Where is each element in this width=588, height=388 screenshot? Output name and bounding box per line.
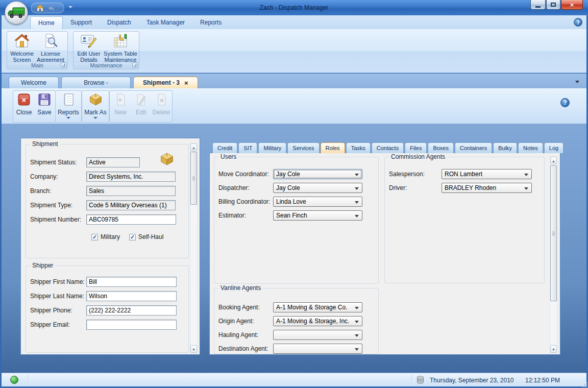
origin-agent-dropdown[interactable]: A-1 Moving & Storage, Inc.: [273, 316, 362, 326]
tab-notes[interactable]: Notes: [518, 142, 543, 153]
status-bar: Thursday, September 23, 2010 12:12:50 PM: [2, 373, 586, 386]
maximize-button[interactable]: [546, 0, 560, 10]
shipment-status-field[interactable]: Active: [86, 157, 140, 167]
close-button[interactable]: × Close: [14, 91, 34, 122]
doc-tab-shipment-3[interactable]: Shipment - 3 ×: [133, 77, 198, 88]
save-button[interactable]: Save: [34, 91, 55, 122]
maintenance-dialog-launcher[interactable]: [132, 62, 138, 68]
main-dialog-launcher[interactable]: [61, 62, 66, 68]
delete-button[interactable]: × Delete: [151, 91, 172, 122]
shipment-type-field[interactable]: Code 5 Military Overseas (1): [86, 200, 176, 210]
scroll-thumb[interactable]: [550, 165, 557, 301]
new-button[interactable]: + New: [110, 91, 131, 122]
military-checkbox[interactable]: ✓: [91, 234, 98, 240]
shipper-last-name-input[interactable]: Wilson: [86, 291, 177, 301]
hauling-agent-dropdown[interactable]: [273, 330, 362, 340]
doc-tab-shipment-3-label: Shipment - 3: [143, 77, 180, 88]
system-table-maintenance-button[interactable]: System Table Maintenance: [104, 33, 137, 61]
toolbar-group-file: × Close Save: [13, 90, 56, 123]
dispatcher-dropdown[interactable]: Jay Cole: [273, 183, 362, 193]
scroll-up-button[interactable]: ▲: [190, 143, 197, 151]
tab-list-chevron-icon[interactable]: [575, 81, 579, 83]
toolbar-group-record: + New Edit × Delete: [109, 90, 173, 123]
tab-services[interactable]: Services: [287, 142, 319, 153]
license-agreement-button[interactable]: x— License Agreement: [36, 33, 65, 61]
tab-bulky[interactable]: Bulky: [493, 142, 517, 153]
driver-label: Driver:: [389, 184, 442, 191]
branch-field[interactable]: Sales: [86, 186, 176, 196]
shipper-first-name-label: Shipper First Name:: [30, 278, 86, 285]
tab-credit[interactable]: Credit: [212, 142, 237, 153]
tab-military[interactable]: Military: [258, 142, 286, 153]
ribbon-tab-support[interactable]: Support: [63, 16, 100, 29]
shipper-first-name-input[interactable]: Bill: [86, 277, 177, 287]
move-coordinator-dropdown[interactable]: Jay Cole: [273, 169, 362, 179]
tab-roles[interactable]: Roles: [321, 142, 345, 153]
shipment-content: Shipment Shipment Status: Active Company…: [2, 124, 586, 373]
booking-agent-label: Booking Agent:: [218, 304, 273, 311]
help-icon[interactable]: ?: [560, 98, 570, 107]
tab-containers[interactable]: Containers: [455, 142, 492, 153]
doc-tab-welcome[interactable]: Welcome: [9, 77, 59, 88]
shipper-email-input[interactable]: [86, 320, 177, 330]
minimize-icon: [535, 6, 541, 8]
billing-coordinator-dropdown[interactable]: Linda Love: [273, 197, 362, 207]
undo-icon[interactable]: [47, 5, 55, 12]
tab-boxes[interactable]: Boxes: [428, 142, 454, 153]
chevron-down-icon: [524, 174, 528, 176]
minimize-button[interactable]: [530, 0, 546, 10]
mark-as-button[interactable]: Mark As: [83, 91, 108, 122]
edit-user-details-button[interactable]: Edit User Details: [74, 33, 104, 61]
tab-sit[interactable]: SIT: [238, 142, 257, 153]
ribbon-tab-reports[interactable]: Reports: [192, 16, 229, 29]
close-red-icon: ×: [17, 93, 31, 106]
vanline-agents-groupbox: Vanline Agents Booking Agent: A-1 Moving…: [214, 288, 379, 354]
scroll-down-button[interactable]: ▼: [550, 345, 557, 353]
chevron-down-icon: [355, 334, 359, 337]
shipment-number-input[interactable]: ABC09785: [86, 214, 176, 225]
document-tab-strip: Welcome Browse - Shipments Shipment - 3 …: [9, 77, 201, 88]
branch-label: Branch:: [30, 187, 86, 195]
close-window-button[interactable]: ×: [561, 0, 583, 10]
resize-grip[interactable]: [582, 382, 583, 383]
scroll-down-button[interactable]: ▼: [190, 345, 197, 353]
scroll-up-button[interactable]: ▲: [550, 157, 557, 164]
application-menu-button[interactable]: [5, 1, 28, 25]
save-floppy-icon: [38, 93, 51, 106]
salesperson-dropdown[interactable]: RON Lambert: [442, 169, 532, 179]
shipper-last-name-label: Shipper Last Name:: [30, 293, 86, 300]
shipper-phone-input[interactable]: (222) 222-2222: [86, 305, 177, 316]
ribbon: Welcome Screen x— License Agreement: [2, 29, 586, 73]
right-panel-scrollbar[interactable]: ▲ ▼: [550, 156, 557, 353]
scroll-thumb[interactable]: [190, 152, 197, 205]
ribbon-tab-task-manager[interactable]: Task Manager: [139, 16, 192, 29]
help-icon[interactable]: ?: [574, 18, 582, 27]
tab-files[interactable]: Files: [405, 142, 427, 153]
left-panel-scrollbar[interactable]: ▲ ▼: [190, 143, 198, 353]
estimator-dropdown[interactable]: Sean Finch: [273, 210, 362, 221]
ribbon-tab-home[interactable]: Home: [30, 16, 63, 29]
welcome-screen-button[interactable]: Welcome Screen: [8, 33, 36, 61]
self-haul-checkbox[interactable]: ✓: [129, 234, 136, 240]
home-icon[interactable]: [36, 5, 44, 12]
qat-options-chevron-icon[interactable]: [68, 6, 72, 8]
ribbon-tab-dispatch[interactable]: Dispatch: [100, 16, 139, 29]
close-tab-icon[interactable]: ×: [184, 80, 188, 86]
status-separator: [28, 375, 29, 385]
reports-dropdown-chevron-icon[interactable]: [66, 117, 70, 119]
shipment-number-label: Shipment Number:: [30, 216, 86, 223]
tab-log[interactable]: Log: [544, 142, 564, 153]
tab-contacts[interactable]: Contacts: [372, 142, 404, 153]
chevron-down-icon: [355, 307, 359, 309]
doc-tab-browse-shipments[interactable]: Browse - Shipments: [61, 77, 131, 88]
edit-button[interactable]: Edit: [131, 91, 151, 122]
edit-pencil-icon: [135, 93, 147, 106]
reports-button[interactable]: Reports: [56, 91, 81, 122]
company-field[interactable]: Direct Systems, Inc.: [86, 172, 176, 182]
tab-tasks[interactable]: Tasks: [346, 142, 371, 153]
mark-as-dropdown-chevron-icon[interactable]: [93, 117, 97, 119]
edit-user-details-label: Edit User Details: [74, 51, 104, 63]
destination-agent-dropdown[interactable]: [273, 344, 362, 354]
driver-dropdown[interactable]: BRADLEY Rhoden: [442, 183, 532, 193]
booking-agent-dropdown[interactable]: A-1 Moving & Storage Co.: [273, 302, 362, 312]
